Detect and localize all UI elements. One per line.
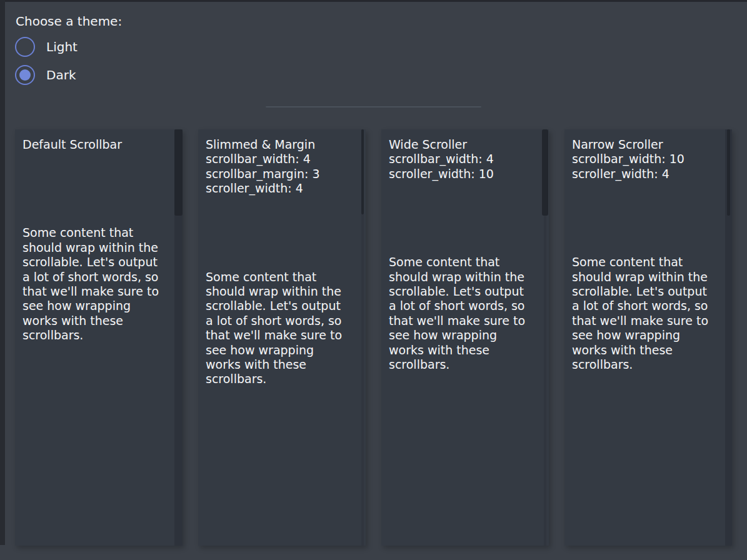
radio-dark-icon[interactable] [15,65,35,85]
radio-option-light[interactable]: Light [15,37,78,57]
theme-prompt: Choose a theme: [16,14,122,29]
scrollable-content[interactable]: Wide Scroller scrollbar_width: 4 scrolle… [381,129,541,546]
panel-content-text: Some content that should wrap within the… [389,255,538,372]
panel-content-text: Some content that should wrap within the… [23,226,171,342]
panel-content-text: Some content that should wrap within the… [206,270,354,387]
scrollbar-track[interactable] [541,129,549,546]
radio-option-label: Light [46,39,78,54]
radio-selected-dot [19,69,31,81]
scrollbar-track[interactable] [361,129,364,546]
scrollbar-track[interactable] [174,129,183,546]
panel-header: Slimmed & Margin scrollbar_width: 4 scro… [206,138,354,196]
panel-wide-scroller: Wide Scroller scrollbar_width: 4 scrolle… [381,129,549,546]
scrollbar-track[interactable] [725,129,732,546]
scrollbar-thumb[interactable] [542,129,548,216]
scrollbar-thumb[interactable] [727,129,730,216]
radio-option-label: Dark [46,68,76,82]
section-divider [266,106,481,108]
panel-header: Narrow Scroller scrollbar_width: 10 scro… [572,138,721,181]
panel-header: Default Scrollbar [23,138,171,152]
window-left-edge [0,0,5,545]
window-top-edge [0,0,747,2]
panel-header: Wide Scroller scrollbar_width: 4 scrolle… [389,138,538,181]
scrollbar-thumb[interactable] [361,129,364,214]
scrollable-content[interactable]: Narrow Scroller scrollbar_width: 10 scro… [564,129,725,546]
panel-content-text: Some content that should wrap within the… [572,255,721,372]
radio-option-dark[interactable]: Dark [15,65,76,85]
scrollbar-thumb[interactable] [174,129,183,216]
theme-chooser: Choose a theme: Light Dark [16,14,122,29]
panel-narrow-scroller: Narrow Scroller scrollbar_width: 10 scro… [564,129,732,546]
panel-default-scrollbar: Default Scrollbar Some content that shou… [15,129,183,546]
radio-light-icon[interactable] [15,37,35,57]
panel-slimmed-margin: Slimmed & Margin scrollbar_width: 4 scro… [198,129,366,546]
scrollable-content[interactable]: Slimmed & Margin scrollbar_width: 4 scro… [198,129,359,546]
scrollbar-demo-row: Default Scrollbar Some content that shou… [15,129,732,546]
scrollable-content[interactable]: Default Scrollbar Some content that shou… [15,129,174,546]
